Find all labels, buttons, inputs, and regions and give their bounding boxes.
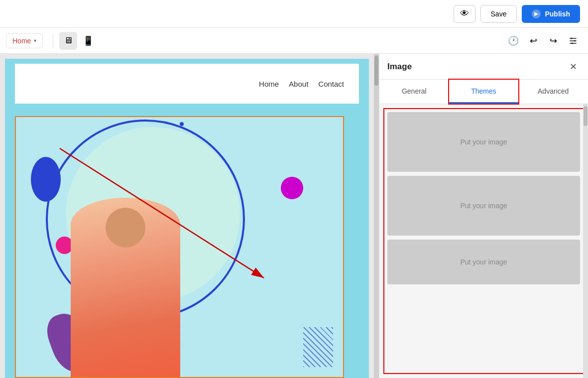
blue-oval-shape bbox=[31, 157, 61, 202]
tablet-icon: 📱 bbox=[83, 35, 94, 46]
canvas-area[interactable]: Home About Contact bbox=[0, 54, 379, 378]
divider bbox=[53, 34, 53, 48]
nav-about[interactable]: About bbox=[289, 80, 308, 88]
panel-close-button[interactable]: ✕ bbox=[566, 60, 580, 74]
canvas-scrollbar[interactable] bbox=[374, 54, 379, 378]
magenta-circle-shape bbox=[281, 177, 303, 199]
home-label: Home bbox=[12, 37, 31, 45]
publish-label: Publish bbox=[545, 10, 570, 18]
diagonal-lines-shape bbox=[303, 327, 333, 367]
panel-scrollbar-thumb bbox=[584, 106, 588, 126]
tab-advanced[interactable]: Advanced bbox=[518, 80, 588, 104]
nav-contact[interactable]: Contact bbox=[318, 80, 344, 88]
panel-title: Image bbox=[387, 62, 412, 72]
tab-advanced-label: Advanced bbox=[538, 87, 569, 95]
image-element[interactable] bbox=[15, 116, 344, 378]
chevron-down-icon: ▾ bbox=[34, 38, 36, 43]
publish-button[interactable]: ▶ Publish bbox=[522, 5, 580, 23]
nav-section: Home About Contact bbox=[15, 64, 359, 104]
website-preview: Home About Contact bbox=[5, 59, 369, 378]
theme-card-2-label: Put your image bbox=[460, 202, 507, 210]
panel-tabs: General Themes Advanced bbox=[379, 80, 588, 104]
main-layout: Home About Contact bbox=[0, 54, 588, 378]
tab-general-label: General bbox=[402, 87, 427, 95]
tab-themes-label: Themes bbox=[471, 87, 496, 95]
tablet-view-button[interactable]: 📱 bbox=[79, 32, 97, 50]
blue-dot bbox=[180, 122, 184, 126]
right-panel: Image ✕ General Themes Advanced bbox=[379, 54, 588, 378]
desktop-icon: 🖥 bbox=[64, 35, 73, 46]
person-image bbox=[71, 198, 180, 377]
redo-button[interactable]: ↪ bbox=[544, 32, 562, 50]
nav-home[interactable]: Home bbox=[259, 80, 279, 88]
theme-card-3-label: Put your image bbox=[460, 258, 507, 266]
redo-icon: ↪ bbox=[550, 35, 557, 46]
svg-point-3 bbox=[571, 37, 572, 39]
canvas-scrollbar-thumb bbox=[374, 56, 378, 86]
settings-button[interactable] bbox=[564, 32, 582, 50]
tab-themes[interactable]: Themes bbox=[449, 80, 519, 104]
top-bar: 👁 Save ▶ Publish bbox=[0, 0, 588, 28]
tab-general[interactable]: General bbox=[379, 80, 449, 104]
close-icon: ✕ bbox=[570, 61, 577, 72]
theme-card-2[interactable]: Put your image bbox=[387, 176, 580, 236]
theme-card-1-label: Put your image bbox=[460, 138, 507, 146]
history-button[interactable]: 🕐 bbox=[504, 32, 522, 50]
save-button[interactable]: Save bbox=[480, 5, 517, 23]
undo-button[interactable]: ↩ bbox=[524, 32, 542, 50]
theme-card-3[interactable]: Put your image bbox=[387, 240, 580, 284]
undo-icon: ↩ bbox=[530, 35, 537, 46]
publish-icon: ▶ bbox=[532, 9, 541, 18]
theme-card-1[interactable]: Put your image bbox=[387, 112, 580, 172]
svg-point-4 bbox=[574, 40, 576, 41]
panel-scrollbar[interactable] bbox=[583, 104, 588, 378]
eye-icon: 👁 bbox=[460, 8, 469, 19]
preview-button[interactable]: 👁 bbox=[454, 5, 475, 23]
toolbar: Home ▾ 🖥 📱 🕐 ↩ ↪ bbox=[0, 28, 588, 54]
settings-icon bbox=[568, 36, 578, 46]
panel-header: Image ✕ bbox=[379, 54, 588, 80]
svg-point-5 bbox=[572, 42, 573, 44]
page-selector[interactable]: Home ▾ bbox=[6, 33, 43, 48]
desktop-view-button[interactable]: 🖥 bbox=[59, 32, 77, 50]
panel-content: Put your image Put your image Put your i… bbox=[379, 104, 588, 378]
content-red-border: Put your image Put your image Put your i… bbox=[383, 108, 584, 374]
history-icon: 🕐 bbox=[508, 35, 519, 46]
